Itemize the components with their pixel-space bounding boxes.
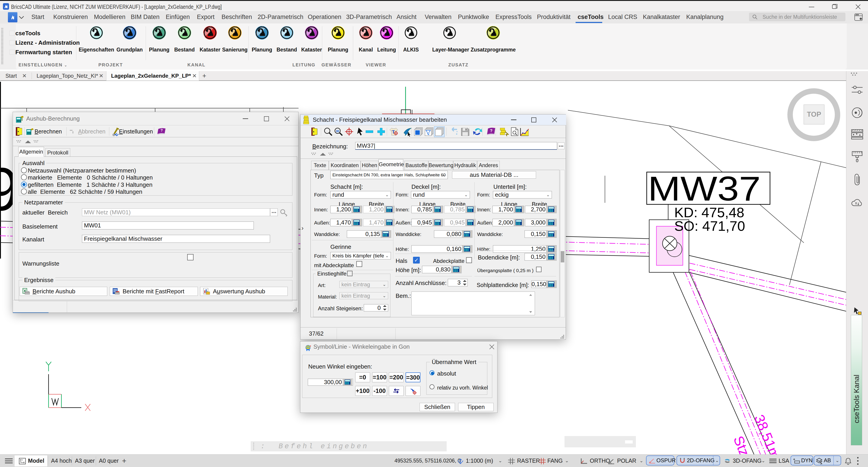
svg-text:?: ? [160, 128, 163, 132]
svg-text:3D: 3D [336, 130, 339, 133]
svg-text:Y: Y [22, 459, 23, 461]
svg-text:?: ? [490, 128, 493, 133]
